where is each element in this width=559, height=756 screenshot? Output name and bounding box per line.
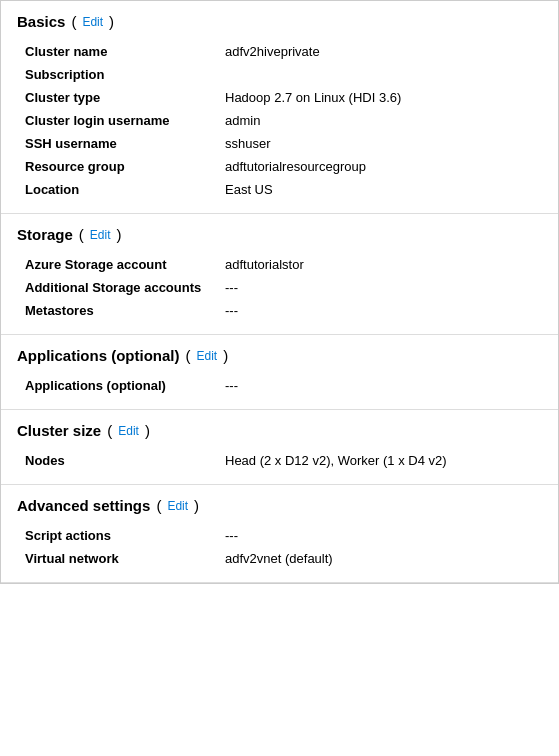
field-value: adftutorialstor (217, 253, 542, 276)
fields-table-storage: Azure Storage accountadftutorialstorAddi… (17, 253, 542, 322)
field-label: Subscription (17, 63, 217, 86)
fields-table-advanced-settings: Script actions---Virtual networkadfv2vne… (17, 524, 542, 570)
table-row: Cluster nameadfv2hiveprivate (17, 40, 542, 63)
table-row: Additional Storage accounts--- (17, 276, 542, 299)
table-row: LocationEast US (17, 178, 542, 201)
fields-table-applications: Applications (optional)--- (17, 374, 542, 397)
table-row: Virtual networkadfv2vnet (default) (17, 547, 542, 570)
edit-link-applications[interactable]: Edit (197, 349, 218, 363)
table-row: NodesHead (2 x D12 v2), Worker (1 x D4 v… (17, 449, 542, 472)
field-label: Cluster login username (17, 109, 217, 132)
field-value: --- (217, 524, 542, 547)
field-value: adfv2vnet (default) (217, 547, 542, 570)
paren-open: ( (156, 497, 161, 514)
field-label: Resource group (17, 155, 217, 178)
table-row: Applications (optional)--- (17, 374, 542, 397)
section-header-basics: Basics (Edit) (17, 13, 542, 30)
section-advanced-settings: Advanced settings (Edit)Script actions--… (1, 485, 558, 583)
section-title-storage: Storage (17, 226, 73, 243)
edit-link-storage[interactable]: Edit (90, 228, 111, 242)
field-value: adftutorialresourcegroup (217, 155, 542, 178)
field-label: Location (17, 178, 217, 201)
field-value: Hadoop 2.7 on Linux (HDI 3.6) (217, 86, 542, 109)
field-value: --- (217, 374, 542, 397)
field-label: SSH username (17, 132, 217, 155)
field-value: sshuser (217, 132, 542, 155)
field-label: Cluster name (17, 40, 217, 63)
table-row: Azure Storage accountadftutorialstor (17, 253, 542, 276)
section-title-basics: Basics (17, 13, 65, 30)
field-value: adfv2hiveprivate (217, 40, 542, 63)
paren-close: ) (145, 422, 150, 439)
paren-open: ( (71, 13, 76, 30)
field-value: East US (217, 178, 542, 201)
field-label: Nodes (17, 449, 217, 472)
paren-open: ( (107, 422, 112, 439)
section-header-cluster-size: Cluster size (Edit) (17, 422, 542, 439)
field-value (217, 63, 542, 86)
section-applications: Applications (optional) (Edit)Applicatio… (1, 335, 558, 410)
section-header-advanced-settings: Advanced settings (Edit) (17, 497, 542, 514)
field-label: Virtual network (17, 547, 217, 570)
field-label: Script actions (17, 524, 217, 547)
fields-table-cluster-size: NodesHead (2 x D12 v2), Worker (1 x D4 v… (17, 449, 542, 472)
fields-table-basics: Cluster nameadfv2hiveprivateSubscription… (17, 40, 542, 201)
edit-link-basics[interactable]: Edit (82, 15, 103, 29)
edit-link-advanced-settings[interactable]: Edit (167, 499, 188, 513)
table-row: Script actions--- (17, 524, 542, 547)
field-label: Azure Storage account (17, 253, 217, 276)
field-label: Metastores (17, 299, 217, 322)
section-storage: Storage (Edit)Azure Storage accountadftu… (1, 214, 558, 335)
field-value: --- (217, 299, 542, 322)
section-header-storage: Storage (Edit) (17, 226, 542, 243)
table-row: Cluster typeHadoop 2.7 on Linux (HDI 3.6… (17, 86, 542, 109)
field-label: Cluster type (17, 86, 217, 109)
field-label: Applications (optional) (17, 374, 217, 397)
field-label: Additional Storage accounts (17, 276, 217, 299)
field-value: --- (217, 276, 542, 299)
table-row: Subscription (17, 63, 542, 86)
section-cluster-size: Cluster size (Edit)NodesHead (2 x D12 v2… (1, 410, 558, 485)
table-row: SSH usernamesshuser (17, 132, 542, 155)
section-title-advanced-settings: Advanced settings (17, 497, 150, 514)
section-basics: Basics (Edit)Cluster nameadfv2hiveprivat… (1, 1, 558, 214)
summary-page: Basics (Edit)Cluster nameadfv2hiveprivat… (0, 0, 559, 584)
field-value: Head (2 x D12 v2), Worker (1 x D4 v2) (217, 449, 542, 472)
table-row: Cluster login usernameadmin (17, 109, 542, 132)
paren-close: ) (117, 226, 122, 243)
section-title-applications: Applications (optional) (17, 347, 180, 364)
paren-close: ) (223, 347, 228, 364)
field-value: admin (217, 109, 542, 132)
table-row: Resource groupadftutorialresourcegroup (17, 155, 542, 178)
section-header-applications: Applications (optional) (Edit) (17, 347, 542, 364)
paren-open: ( (186, 347, 191, 364)
edit-link-cluster-size[interactable]: Edit (118, 424, 139, 438)
section-title-cluster-size: Cluster size (17, 422, 101, 439)
paren-open: ( (79, 226, 84, 243)
paren-close: ) (109, 13, 114, 30)
paren-close: ) (194, 497, 199, 514)
table-row: Metastores--- (17, 299, 542, 322)
